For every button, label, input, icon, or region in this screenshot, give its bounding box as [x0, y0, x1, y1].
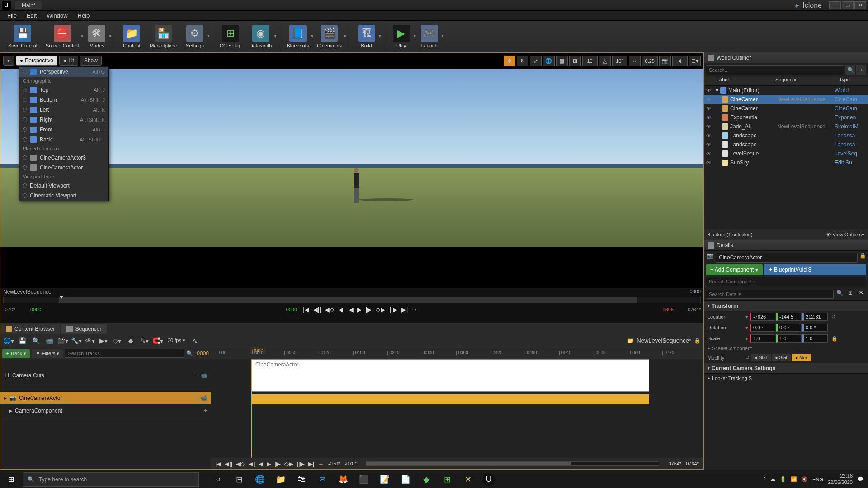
lit-dropdown[interactable]: ● Lit [59, 56, 78, 66]
visibility-icon[interactable]: 👁 [706, 123, 712, 130]
scale-z-input[interactable] [802, 334, 828, 343]
play-icon[interactable]: ▶▾ [98, 336, 109, 346]
source-button[interactable]: ⛔Source Control▼ [42, 24, 82, 49]
add-track-button[interactable]: + Track ▾ [2, 349, 30, 358]
breadcrumb-icon[interactable]: 📁 [627, 338, 634, 344]
grid-snap-icon[interactable]: ⊞ [569, 56, 581, 66]
menu-file[interactable]: File [3, 11, 21, 20]
location-z-input[interactable] [802, 313, 828, 321]
loop-button[interactable]: → [411, 306, 418, 313]
rotation-z-input[interactable] [802, 324, 828, 332]
menu-bottom[interactable]: BottomAlt+Shift+J [19, 95, 108, 105]
lock-icon[interactable]: 🔒 [859, 253, 866, 263]
modes-button[interactable]: 🛠Modes▼ [83, 24, 110, 49]
location-y-input[interactable] [776, 313, 802, 321]
lock-icon[interactable]: 🔒 [694, 338, 701, 344]
unreal-icon[interactable]: U [478, 470, 499, 488]
tab-sequencer[interactable]: Sequencer [61, 324, 107, 334]
outliner-row[interactable]: 👁CineCamerCineCam [704, 104, 868, 113]
step-back-button[interactable]: ◀| [338, 306, 345, 313]
visibility-icon[interactable]: 👁 [706, 114, 712, 121]
app-icon[interactable]: 📄 [395, 470, 416, 488]
track-cine-camera-actor[interactable]: ▸📷 CineCameraActor +📹 [0, 392, 211, 404]
key-shape-icon[interactable]: ◇▾ [112, 336, 123, 346]
app-icon[interactable]: ⊞ [437, 470, 458, 488]
to-start-button[interactable]: |◀ [215, 460, 221, 467]
search-icon[interactable]: 🔍 [835, 290, 844, 299]
add-button[interactable]: + [194, 395, 198, 401]
visibility-icon[interactable]: 👁 [706, 141, 712, 148]
mail-icon[interactable]: ✉ [312, 470, 333, 488]
cine-button[interactable]: 🎬Cinematics▼ [313, 24, 345, 49]
content-button[interactable]: 📁Content [118, 24, 145, 49]
settings-button[interactable]: ⚙Settings▼ [181, 24, 208, 49]
notifications-icon[interactable]: 💬 [857, 476, 863, 482]
store-icon[interactable]: 🛍 [291, 470, 312, 488]
timeline-scrollbar[interactable] [366, 461, 660, 466]
scale-x-input[interactable] [750, 334, 775, 343]
scale-gizmo-icon[interactable]: ⤢ [530, 56, 542, 66]
app-icon[interactable]: ◆ [416, 470, 437, 488]
angle-snap-value[interactable]: 10° [612, 56, 627, 66]
menu-edit[interactable]: Edit [22, 11, 41, 20]
rotation-y-input[interactable] [776, 324, 802, 332]
viewport-options-dropdown[interactable]: ▾ [3, 56, 14, 66]
camera-cut-clip[interactable]: CineCameraActor [251, 359, 649, 392]
search-details-input[interactable] [706, 290, 834, 299]
app-icon[interactable]: ⬛ [354, 470, 374, 488]
surface-snap-icon[interactable]: ▦ [556, 56, 568, 66]
datasmith-button[interactable]: ◉Datasmith▼ [246, 24, 276, 49]
bp-button[interactable]: 📘Blueprints▼ [283, 24, 312, 49]
visibility-icon[interactable]: 👁 [706, 160, 712, 166]
play-button[interactable]: ▶Play▼ [388, 24, 415, 49]
battery-icon[interactable]: 🔋 [780, 476, 786, 482]
snap-icon[interactable]: 🧲▾ [152, 336, 163, 346]
wrench-icon[interactable]: 🔧▾ [71, 336, 82, 346]
cortana-icon[interactable]: ○ [208, 470, 229, 488]
minimize-button[interactable]: — [829, 1, 841, 9]
camera-speed-value[interactable]: 4 [672, 56, 688, 66]
add-button[interactable]: + [194, 372, 198, 379]
visibility-icon[interactable]: 👁 [706, 87, 712, 94]
autokey-icon[interactable]: ◆ [125, 336, 136, 346]
to-end-button[interactable]: ▶| [308, 460, 314, 467]
outliner-row[interactable]: 👁LandscapeLandsca [704, 140, 868, 149]
menu-viewport-type[interactable]: Default Viewport [19, 181, 108, 191]
explorer-icon[interactable]: 📁 [270, 470, 291, 488]
reset-icon[interactable]: ↺ [831, 314, 835, 320]
mobility-option[interactable]: ● Mov [792, 354, 811, 361]
translate-gizmo-icon[interactable]: ✥ [504, 56, 515, 66]
transform-section[interactable]: Transform [704, 300, 868, 311]
outliner-row[interactable]: 👁LevelSequeLevelSeq [704, 149, 868, 158]
view-options-button[interactable]: 👁 View Options▾ [826, 232, 864, 238]
cc-button[interactable]: ⊞CC Setup [216, 24, 245, 49]
current-frame[interactable]: 0000 [197, 350, 209, 357]
add-component-button[interactable]: + Add Component ▾ [706, 264, 763, 275]
app-icon[interactable]: 📝 [374, 470, 395, 488]
fps-dropdown[interactable]: 30 fps ▾ [166, 338, 187, 343]
actor-name-input[interactable] [716, 253, 858, 263]
blueprint-button[interactable]: ✦ Blueprint/Add S [764, 264, 866, 275]
angle-snap-icon[interactable]: △ [599, 56, 611, 66]
app-icon[interactable]: ✕ [458, 470, 478, 488]
outliner-row[interactable]: 👁▾Main (Editor)World [704, 86, 868, 95]
save-icon[interactable]: 💾 [17, 336, 28, 346]
step-fwd-key-button[interactable]: ||▶ [389, 306, 397, 313]
start-button[interactable]: ⊞ [0, 470, 22, 488]
menu-top[interactable]: TopAlt+J [19, 85, 108, 95]
visibility-icon[interactable]: 👁 [706, 132, 712, 139]
visibility-icon[interactable]: 👁 [706, 105, 712, 112]
sequencer-timeline[interactable]: 0000 | -060| 0000| 0060| 0120| 0180| 024… [211, 347, 703, 469]
next-key-button[interactable]: ◇▶ [376, 306, 386, 313]
playhead[interactable] [251, 359, 252, 458]
track-camera-cuts[interactable]: 🎞 Camera Cuts +📹 [0, 359, 211, 392]
visibility-icon[interactable]: 👁 [706, 150, 712, 157]
menu-window[interactable]: Window [42, 11, 72, 20]
search-tracks-input[interactable] [65, 349, 184, 358]
camera-settings-section[interactable]: Current Camera Settings [704, 363, 868, 374]
titlebar-tab[interactable]: Main* [15, 1, 42, 9]
rotate-gizmo-icon[interactable]: ↻ [517, 56, 528, 66]
outliner-row[interactable]: 👁Jade_AllNewLevelSequenceSkeletalM [704, 122, 868, 131]
menu-front[interactable]: FrontAlt+H [19, 125, 108, 135]
outliner-row[interactable]: 👁ExponentiaExponen [704, 113, 868, 122]
